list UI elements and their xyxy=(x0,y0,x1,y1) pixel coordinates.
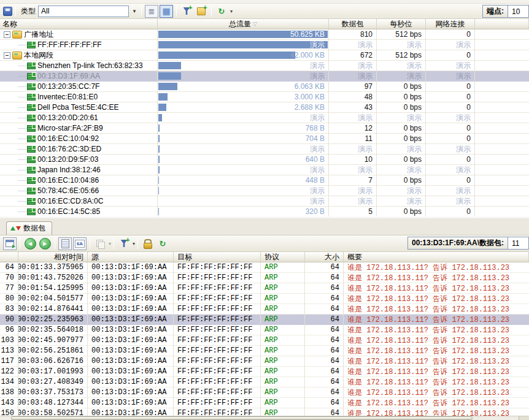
destination-cell: FF:FF:FF:FF:FF:FF xyxy=(174,315,261,325)
packets-cell: 43 xyxy=(329,102,377,113)
host-name-cell: Micro-star:FA:2F:B9 xyxy=(0,123,158,134)
host-row[interactable]: Inventec:E0:81:E03.000 KB480 bps0 xyxy=(0,92,529,102)
packet-row[interactable]: 12200:03:17.00199300:13:D3:1F:69:AAFF:FF… xyxy=(0,367,529,377)
host-row[interactable]: 00:13:D3:1F:69:AA演示演示演示演示 xyxy=(0,71,529,82)
packet-refresh-button[interactable] xyxy=(156,237,169,250)
protocol-cell: ARP xyxy=(261,356,305,367)
traffic-cell: 演示 xyxy=(158,186,329,196)
source-cell: 00:13:D3:1F:69:AA xyxy=(88,283,174,294)
column-header[interactable]: 概要 xyxy=(344,252,529,262)
tree-connector xyxy=(18,144,26,150)
host-row[interactable]: 00:16:76:2C:3D:ED演示演示演示演示 xyxy=(0,144,529,155)
column-header[interactable]: 源 xyxy=(88,252,174,262)
filler-cell xyxy=(475,102,529,113)
add-chart-button[interactable] xyxy=(195,5,208,18)
host-row[interactable]: 50:78:4C:6E:05:66演示演示演示演示 xyxy=(0,186,529,196)
hex-view-button[interactable] xyxy=(73,237,87,250)
scrollbar-thumb[interactable] xyxy=(11,416,473,420)
type-combobox[interactable]: All xyxy=(38,6,129,17)
packet-row[interactable]: 7000:01:43.75202600:13:D3:1F:69:AAFF:FF:… xyxy=(0,273,529,283)
packet-row[interactable]: 7700:01:54.12599500:13:D3:1F:69:AAFF:FF:… xyxy=(0,283,529,294)
host-row[interactable]: 00:13:20:0D:20:61演示演示演示演示 xyxy=(0,113,529,123)
tree-collapse-toggle[interactable] xyxy=(4,31,10,38)
packet-row[interactable]: 13400:03:27.40834900:13:D3:1F:69:AAFF:FF… xyxy=(0,377,529,388)
size-cell: 64 xyxy=(305,367,344,377)
host-row[interactable]: FF:FF:FF:FF:FF:FF演示演示演示演示 xyxy=(0,40,529,50)
endpoint-count-field[interactable]: 10 xyxy=(508,6,528,17)
prev-packet-button[interactable] xyxy=(23,237,37,250)
network-adapter-icon xyxy=(27,63,36,69)
filler-cell xyxy=(475,144,529,155)
source-cell: 00:13:D3:1F:69:AA xyxy=(88,346,174,356)
host-row[interactable]: 00:16:EC:10:04:86448 B70 bps0 xyxy=(0,175,529,186)
packet-row[interactable]: 14300:03:48.12734400:13:D3:1F:69:AAFF:FF… xyxy=(0,398,529,408)
column-header[interactable]: 大小 xyxy=(305,252,344,262)
chevron-down-icon[interactable]: ▾ xyxy=(133,241,135,246)
host-row[interactable]: 00:13:20:D9:5F:03640 B100 bps0 xyxy=(0,155,529,165)
column-header[interactable]: 目标 xyxy=(174,252,261,262)
host-name-cell: 50:78:4C:6E:05:66 xyxy=(0,186,158,196)
chevron-down-icon[interactable]: ▾ xyxy=(130,6,139,17)
host-row[interactable]: Japan Ind:38:12:46演示演示演示演示 xyxy=(0,165,529,175)
column-header[interactable]: 网络连接 xyxy=(426,19,475,29)
column-header[interactable] xyxy=(0,252,18,262)
grid-view-button[interactable] xyxy=(160,5,173,18)
traffic-value: 演示 xyxy=(310,71,325,81)
refresh-button[interactable] xyxy=(215,5,228,18)
open-window-icon xyxy=(5,239,15,249)
packet-number-cell: 96 xyxy=(0,325,18,335)
host-row[interactable]: 00:16:EC:10:04:92704 B110 bps0 xyxy=(0,134,529,144)
host-row[interactable]: Dell Pcba Test:5E:4C:EE2.688 KB430 bps0 xyxy=(0,102,529,113)
host-row[interactable]: 00:16:EC:14:5C:85320 B50 bps0 xyxy=(0,207,529,216)
horizontal-scrollbar[interactable] xyxy=(0,416,529,420)
host-row[interactable]: 广播地址50.625 KB810512 bps0 xyxy=(0,29,529,40)
add-filter-button[interactable] xyxy=(180,5,193,18)
packet-row[interactable]: 8300:02:14.87644100:13:D3:1F:69:AAFF:FF:… xyxy=(0,304,529,315)
tab-packets[interactable]: 数据包 xyxy=(6,221,52,235)
decode-view-button[interactable] xyxy=(58,237,72,250)
packet-row[interactable]: 10300:02:45.90797700:13:D3:1F:69:AAFF:FF… xyxy=(0,335,529,346)
column-header[interactable]: 总流量▽ xyxy=(158,19,329,29)
conns-cell: 0 xyxy=(426,102,475,113)
host-row[interactable]: 00:13:20:35:CC:7F6.063 KB970 bps0 xyxy=(0,82,529,92)
traffic-value: 704 B xyxy=(306,134,325,143)
chevron-down-icon[interactable]: ▾ xyxy=(230,9,233,14)
protocol-cell: ARP xyxy=(261,294,305,304)
filler-cell xyxy=(475,29,529,40)
packets-cell: 97 xyxy=(329,82,377,92)
column-header[interactable]: 每秒位 xyxy=(377,19,426,29)
packet-row[interactable]: 6400:01:33.37596500:13:D3:1F:69:AAFF:FF:… xyxy=(0,262,529,273)
packet-filter-button[interactable] xyxy=(117,237,131,250)
traffic-bar xyxy=(158,124,160,132)
column-header[interactable]: 数据包 xyxy=(329,19,377,29)
column-header[interactable]: 名称 xyxy=(0,19,158,29)
column-header[interactable]: 协议 xyxy=(261,252,305,262)
packet-row[interactable]: 9000:02:25.23596300:13:D3:1F:69:AAFF:FF:… xyxy=(0,315,529,325)
packet-row[interactable]: 8000:02:04.50157700:13:D3:1F:69:AAFF:FF:… xyxy=(0,294,529,304)
detail-level-button[interactable] xyxy=(145,5,158,18)
packet-count-field[interactable]: 11 xyxy=(508,237,528,249)
host-name-cell: 本地网段 xyxy=(0,50,158,61)
host-row[interactable]: Shenzhen Tp-link Tech:63:82:33演示演示演示演示 xyxy=(0,61,529,71)
next-packet-button[interactable] xyxy=(38,237,52,250)
host-row[interactable]: Micro-star:FA:2F:B9768 B120 bps0 xyxy=(0,123,529,134)
packet-row[interactable]: 11300:02:56.25186100:13:D3:1F:69:AAFF:FF… xyxy=(0,346,529,356)
lock-icon xyxy=(143,239,153,249)
copy-button[interactable] xyxy=(93,237,107,250)
open-window-button[interactable] xyxy=(3,237,17,250)
save-icon[interactable] xyxy=(2,6,13,17)
host-row[interactable]: 00:16:EC:CD:8A:0C演示演示演示演示 xyxy=(0,196,529,207)
packets-cell: 810 xyxy=(329,29,377,40)
host-row[interactable]: 本地网段42.000 KB672512 bps0 xyxy=(0,50,529,61)
column-header[interactable]: 相对时间 xyxy=(18,252,88,262)
time-cell: 00:02:35.564018 xyxy=(18,325,88,335)
tree-collapse-toggle[interactable] xyxy=(4,52,10,59)
toolbar-separator xyxy=(141,6,142,17)
packet-row[interactable]: 13800:03:37.75317300:13:D3:1F:69:AAFF:FF… xyxy=(0,388,529,398)
traffic-value: 演示 xyxy=(310,144,325,154)
traffic-cell: 3.000 KB xyxy=(158,92,329,102)
tree-connector xyxy=(18,123,26,129)
lock-scroll-button[interactable] xyxy=(141,237,155,250)
packet-row[interactable]: 11700:03:06.62671600:13:D3:1F:69:AAFF:FF… xyxy=(0,356,529,367)
packet-row[interactable]: 9600:02:35.56401800:13:D3:1F:69:AAFF:FF:… xyxy=(0,325,529,335)
